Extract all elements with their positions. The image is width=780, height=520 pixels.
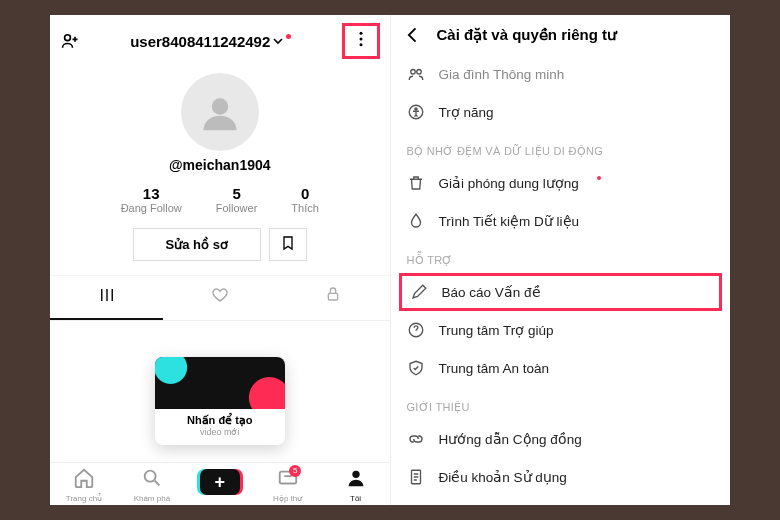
- pencil-icon: [410, 283, 428, 301]
- person-icon: [345, 467, 367, 489]
- app-container: user8408411242492 @meichan1904 13 Đang F…: [50, 15, 730, 505]
- notification-dot: [286, 34, 291, 39]
- heart-icon: [211, 286, 229, 304]
- avatar[interactable]: [181, 73, 259, 151]
- setting-item-privacy[interactable]: Chính sách Quyền riêng tư: [391, 496, 731, 505]
- svg-point-4: [212, 98, 229, 115]
- section-about: GIỚI THIỆU: [391, 387, 731, 420]
- svg-point-10: [416, 70, 421, 75]
- settings-panel: Cài đặt và quyền riêng tư Gia đình Thông…: [391, 15, 731, 505]
- add-person-icon[interactable]: [60, 31, 80, 51]
- username-text: user8408411242492: [130, 33, 270, 50]
- setting-item-terms[interactable]: Điều khoản Sử dụng: [391, 458, 731, 496]
- settings-title: Cài đặt và quyền riêng tư: [437, 26, 618, 44]
- section-support: HỖ TRỢ: [391, 240, 731, 273]
- profile-header: user8408411242492: [50, 15, 390, 67]
- setting-item-free-space[interactable]: Giải phóng dung lượng: [391, 164, 731, 202]
- setting-item-accessibility[interactable]: Trợ năng: [391, 93, 731, 131]
- shield-icon: [407, 359, 425, 377]
- svg-point-8: [352, 471, 359, 478]
- svg-point-12: [414, 108, 416, 110]
- svg-point-0: [65, 35, 71, 41]
- svg-point-1: [359, 32, 362, 35]
- svg-point-2: [359, 38, 362, 41]
- user-handle: @meichan1904: [169, 157, 271, 173]
- inbox-badge: 5: [289, 465, 301, 477]
- stat-following[interactable]: 13 Đang Follow: [121, 185, 182, 214]
- create-video-promo[interactable]: Nhấn để tạo video mới: [155, 357, 285, 445]
- document-icon: [407, 468, 425, 486]
- menu-button-highlight: [342, 23, 380, 59]
- tab-feed[interactable]: [50, 276, 163, 320]
- tab-liked[interactable]: [163, 276, 276, 320]
- svg-point-6: [145, 471, 156, 482]
- back-button[interactable]: [403, 25, 423, 45]
- profile-tabs: [50, 275, 390, 321]
- settings-header: Cài đặt và quyền riêng tư: [391, 15, 731, 55]
- svg-point-3: [359, 43, 362, 46]
- home-icon: [73, 467, 95, 489]
- nav-home[interactable]: Trang chủ: [50, 467, 118, 503]
- promo-art: [155, 357, 285, 409]
- link-icon: [407, 430, 425, 448]
- svg-rect-5: [328, 293, 337, 300]
- nav-me[interactable]: Tôi: [322, 467, 390, 503]
- family-icon: [407, 65, 425, 83]
- section-cache: BỘ NHỚ ĐỆM VÀ DỮ LIỆU DI ĐỘNG: [391, 131, 731, 164]
- bottom-nav: Trang chủ Khám phá + 5 Hộp thư Tôi: [50, 462, 390, 505]
- plus-icon: +: [200, 469, 240, 495]
- more-menu-icon[interactable]: [351, 29, 371, 49]
- nav-discover[interactable]: Khám phá: [118, 467, 186, 503]
- edit-row: Sửa hồ sơ: [50, 228, 390, 261]
- trash-icon: [407, 174, 425, 192]
- stat-likes[interactable]: 0 Thích: [291, 185, 319, 214]
- stat-followers[interactable]: 5 Follower: [216, 185, 258, 214]
- setting-item-data-saver[interactable]: Trình Tiết kiệm Dữ liệu: [391, 202, 731, 240]
- username-dropdown[interactable]: user8408411242492: [86, 33, 336, 50]
- tab-private[interactable]: [276, 276, 389, 320]
- search-icon: [141, 467, 163, 489]
- drop-icon: [407, 212, 425, 230]
- setting-item-community[interactable]: Hướng dẫn Cộng đồng: [391, 420, 731, 458]
- bookmark-button[interactable]: [269, 228, 307, 261]
- bookmark-icon: [280, 235, 296, 251]
- profile-panel: user8408411242492 @meichan1904 13 Đang F…: [50, 15, 391, 505]
- promo-title: Nhấn để tạo: [155, 414, 285, 427]
- setting-item-family[interactable]: Gia đình Thông minh: [391, 55, 731, 93]
- question-icon: [407, 321, 425, 339]
- promo-subtitle: video mới: [155, 427, 285, 437]
- feed-icon: [98, 286, 116, 304]
- setting-item-report-highlight[interactable]: Báo cáo Vấn đề: [399, 273, 723, 311]
- setting-item-help[interactable]: Trung tâm Trợ giúp: [391, 311, 731, 349]
- svg-point-9: [410, 70, 415, 75]
- stats-row: 13 Đang Follow 5 Follower 0 Thích: [50, 185, 390, 214]
- notification-dot: [597, 176, 601, 180]
- nav-inbox[interactable]: 5 Hộp thư: [254, 467, 322, 503]
- setting-item-safety[interactable]: Trung tâm An toàn: [391, 349, 731, 387]
- chevron-down-icon: [273, 36, 283, 46]
- accessibility-icon: [407, 103, 425, 121]
- avatar-section: @meichan1904: [50, 73, 390, 173]
- edit-profile-button[interactable]: Sửa hồ sơ: [133, 228, 261, 261]
- lock-icon: [325, 286, 341, 302]
- nav-create[interactable]: +: [186, 467, 254, 503]
